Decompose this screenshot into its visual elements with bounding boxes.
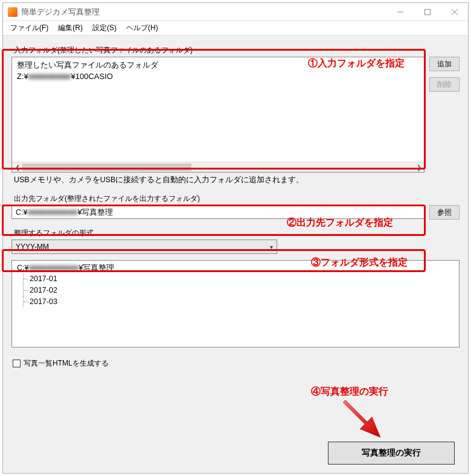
input-folder-list[interactable]: 整理したい写真ファイルのあるフォルダ Z:¥■■■■■■■■■¥100CASIO… xyxy=(11,57,425,173)
path-prefix: Z:¥ xyxy=(17,72,28,81)
format-value: YYYY-MM xyxy=(16,243,49,251)
input-folder-side-buttons: 追加 削除 xyxy=(429,57,460,92)
window-controls xyxy=(386,3,468,21)
browse-button[interactable]: 参照 xyxy=(429,205,460,220)
scroll-left-icon[interactable]: ❮ xyxy=(12,163,22,172)
menu-settings[interactable]: 設定(S) xyxy=(89,22,120,34)
horizontal-scrollbar[interactable]: ❮ ❯ xyxy=(12,162,424,172)
app-icon xyxy=(8,7,18,17)
titlebar: 簡単デジカメ写真整理 xyxy=(3,3,468,21)
checkbox-row: 写真一覧HTMLを生成する xyxy=(13,358,460,369)
generate-html-label: 写真一覧HTMLを生成する xyxy=(24,358,109,369)
app-window: 簡単デジカメ写真整理 ファイル(F) 編集(R) 設定(S) ヘルプ(H) 入力… xyxy=(2,2,469,474)
path-suffix: ¥100CASIO xyxy=(71,72,112,81)
close-button[interactable] xyxy=(441,3,468,21)
path-blurred: ■■■■■■■■■■■ xyxy=(28,264,78,272)
scroll-right-icon[interactable]: ❯ xyxy=(414,163,424,172)
input-folder-label: 入力フォルダ(整理したい写真ファイルのあるフォルダ) xyxy=(14,45,460,56)
close-icon xyxy=(452,9,458,15)
svg-rect-1 xyxy=(425,9,430,14)
maximize-icon xyxy=(425,9,431,15)
tree-child: 2017-01 xyxy=(23,273,454,285)
chevron-down-icon: ▾ xyxy=(270,244,273,250)
window-title: 簡単デジカメ写真整理 xyxy=(21,7,386,17)
delete-button: 削除 xyxy=(429,77,460,92)
menu-file[interactable]: ファイル(F) xyxy=(7,22,52,34)
tree-child: 2017-03 xyxy=(23,296,454,308)
format-combo[interactable]: YYYY-MM ▾ xyxy=(11,240,277,254)
generate-html-checkbox[interactable] xyxy=(13,360,21,367)
input-folder-list-content: 整理したい写真ファイルのあるフォルダ Z:¥■■■■■■■■■¥100CASIO xyxy=(12,57,424,162)
minimize-icon xyxy=(397,9,403,15)
menubar: ファイル(F) 編集(R) 設定(S) ヘルプ(H) xyxy=(3,21,468,36)
content-area: 入力フォルダ(整理したい写真ファイルのあるフォルダ) 整理したい写真ファイルのあ… xyxy=(3,36,468,473)
path-suffix: ¥写真整理 xyxy=(78,208,114,218)
scroll-thumb[interactable] xyxy=(22,163,191,171)
preview-tree[interactable]: C:¥■■■■■■■■■■■¥写真整理 2017-01 2017-02 2017… xyxy=(11,260,460,347)
arrow-icon xyxy=(338,396,392,439)
menu-edit[interactable]: 編集(R) xyxy=(54,22,86,34)
input-folder-hint: USBメモリや、カメラをUSBに接続すると自動的に入力フォルダに追加されます。 xyxy=(14,175,460,185)
path-prefix: C:¥ xyxy=(17,264,28,272)
annotation-text-4: ④写真整理の実行 xyxy=(311,386,388,398)
output-folder-label: 出力先フォルダ(整理されたファイルを出力するフォルダ) xyxy=(14,194,460,204)
maximize-button[interactable] xyxy=(414,3,441,21)
run-button[interactable]: 写真整理の実行 xyxy=(328,442,455,465)
path-blurred: ■■■■■■■■■ xyxy=(28,72,71,81)
menu-help[interactable]: ヘルプ(H) xyxy=(123,22,162,34)
input-folder-column-header: 整理したい写真ファイルのあるフォルダ xyxy=(17,60,419,71)
add-button[interactable]: 追加 xyxy=(429,57,460,71)
path-suffix: ¥写真整理 xyxy=(79,264,115,272)
path-prefix: C:¥ xyxy=(16,208,27,217)
input-folder-item[interactable]: Z:¥■■■■■■■■■¥100CASIO xyxy=(17,72,419,81)
path-blurred: ■■■■■■■■■■■ xyxy=(27,208,77,217)
input-folder-row: 整理したい写真ファイルのあるフォルダ Z:¥■■■■■■■■■¥100CASIO… xyxy=(11,57,460,173)
tree-child: 2017-02 xyxy=(23,285,454,296)
scroll-track[interactable] xyxy=(22,163,414,172)
format-label: 整理するフォルダの形式 xyxy=(14,228,460,238)
output-folder-input[interactable]: C:¥■■■■■■■■■■■¥写真整理 xyxy=(11,206,425,219)
tree-root: C:¥■■■■■■■■■■■¥写真整理 xyxy=(17,263,454,273)
svg-marker-4 xyxy=(343,400,380,437)
minimize-button[interactable] xyxy=(386,3,414,21)
output-folder-row: C:¥■■■■■■■■■■■¥写真整理 参照 xyxy=(11,205,460,220)
